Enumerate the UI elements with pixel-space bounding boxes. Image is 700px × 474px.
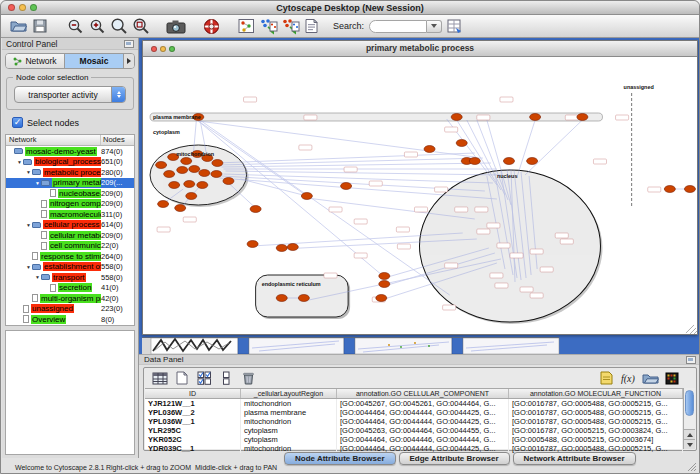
help-lifesaver-icon[interactable]	[201, 16, 221, 36]
birds-eye-view-panel[interactable]	[5, 330, 135, 455]
create-new-attribute-icon[interactable]	[173, 370, 191, 386]
network-node[interactable]	[298, 295, 309, 302]
network-node[interactable]	[211, 171, 222, 178]
tree-row[interactable]: multi-organism pro42(0)	[6, 293, 134, 304]
column-header[interactable]: ID	[145, 389, 241, 398]
open-network-icon[interactable]	[8, 16, 28, 36]
disclosure-triangle-icon[interactable]: ▼	[34, 274, 41, 280]
network-node[interactable]	[156, 162, 167, 169]
select-nodes-checkbox[interactable]: ✓	[12, 117, 23, 128]
network-node[interactable]	[379, 273, 390, 280]
network-node[interactable]	[212, 160, 223, 167]
network-node[interactable]	[301, 193, 312, 200]
frame-minimize-button[interactable]	[160, 46, 166, 52]
tree-row[interactable]: ▼transport558(0)	[6, 272, 134, 283]
view-network-icon[interactable]	[236, 16, 256, 36]
network-node[interactable]	[341, 183, 352, 190]
network-node[interactable]	[181, 158, 192, 165]
network-node[interactable]	[376, 295, 387, 302]
network-node[interactable]	[287, 244, 298, 251]
network-node[interactable]	[158, 201, 169, 208]
tree-row[interactable]: secretion41(0)	[6, 283, 134, 294]
tree-row[interactable]: ▼establishment of lo558(0)	[6, 262, 134, 273]
network-node[interactable]	[664, 186, 675, 193]
import-vizmap-icon[interactable]	[302, 16, 322, 36]
network-node[interactable]	[184, 181, 195, 188]
attribute-batch-editor-icon[interactable]	[597, 370, 615, 386]
tree-row[interactable]: mosaic-demo-yeast874(0)	[6, 146, 134, 157]
unselect-attributes-icon[interactable]	[217, 370, 235, 386]
window-resize-grip[interactable]	[687, 462, 697, 472]
new-network-from-selection-all-edges-icon[interactable]	[258, 16, 278, 36]
search-input[interactable]	[369, 20, 427, 33]
network-node[interactable]	[250, 206, 261, 213]
frame-resize-grip[interactable]	[686, 325, 697, 334]
tree-row[interactable]: response to stimulu264(0)	[6, 251, 134, 262]
network-node[interactable]	[456, 140, 467, 147]
network-node[interactable]	[223, 178, 234, 185]
network-node[interactable]	[186, 193, 197, 200]
network-node[interactable]	[451, 114, 462, 121]
tab-overflow-button[interactable]	[123, 54, 134, 68]
network-node[interactable]	[577, 114, 588, 121]
network-node[interactable]	[684, 186, 695, 193]
float-panel-icon[interactable]	[124, 40, 134, 48]
select-attributes-icon[interactable]	[195, 370, 213, 386]
column-header[interactable]: annotation.GO CELLULAR_COMPONENT	[337, 389, 509, 398]
scrollbar-thumb[interactable]	[685, 390, 694, 416]
attribute-table-icon[interactable]	[151, 370, 169, 386]
zoom-out-icon[interactable]	[65, 16, 85, 36]
network-node[interactable]	[177, 167, 188, 174]
network-frame-titlebar[interactable]: primary metabolic process	[143, 41, 697, 57]
tab-network[interactable]: Network	[6, 54, 65, 68]
column-header[interactable]: _cellularLayoutRegion	[241, 389, 337, 398]
function-builder-icon[interactable]: f(x)	[619, 370, 637, 386]
tree-row[interactable]: ▼cellular process614(0)	[6, 220, 134, 231]
tree-row[interactable]: unassigned223(0)	[6, 304, 134, 315]
search-options-dropdown[interactable]	[427, 20, 442, 33]
tab-mosaic[interactable]: Mosaic	[65, 54, 123, 68]
network-node[interactable]	[199, 170, 210, 177]
network-node[interactable]	[379, 281, 390, 288]
disclosure-triangle-icon[interactable]: ▼	[25, 222, 32, 228]
table-row[interactable]: YJR121W__1mitochondrion[GO:0045267, GO:0…	[145, 399, 683, 408]
new-network-from-selection-connecting-edges-icon[interactable]	[280, 16, 300, 36]
network-node[interactable]	[247, 241, 258, 248]
zoom-in-icon[interactable]	[87, 16, 107, 36]
tree-row[interactable]: cellular metabo209(0)	[6, 230, 134, 241]
tree-row[interactable]: ▼biological_process651(0)	[6, 157, 134, 168]
frame-close-button[interactable]	[151, 46, 157, 52]
network-node[interactable]	[164, 171, 175, 178]
column-header[interactable]: annotation.GO MOLECULAR_FUNCTION	[509, 389, 683, 398]
frame-zoom-button[interactable]	[169, 46, 175, 52]
network-node[interactable]	[530, 114, 541, 121]
network-node[interactable]	[189, 166, 200, 173]
disclosure-triangle-icon[interactable]: ▼	[25, 169, 32, 175]
network-view-frame[interactable]: primary metabolic process plasma membran…	[142, 40, 698, 335]
network-node[interactable]	[469, 158, 480, 165]
save-session-icon[interactable]	[30, 16, 50, 36]
tree-row[interactable]: ▼primary metabo209(...	[6, 178, 134, 189]
scroll-down-button[interactable]	[684, 439, 695, 449]
nodes-column-header[interactable]: Nodes	[101, 135, 134, 145]
disclosure-triangle-icon[interactable]: ▼	[16, 159, 23, 165]
table-row[interactable]: YPL036W__2plasma membrane[GO:0044464, GO…	[145, 408, 683, 417]
network-node[interactable]	[424, 146, 435, 153]
scroll-up-button[interactable]	[684, 429, 695, 439]
network-node[interactable]	[175, 205, 186, 212]
import-attribute-file-icon[interactable]	[641, 370, 659, 386]
tree-row[interactable]: nitrogen compo209(0)	[6, 199, 134, 210]
delete-attribute-icon[interactable]	[239, 370, 257, 386]
network-node[interactable]	[169, 182, 180, 189]
network-node[interactable]	[527, 158, 538, 165]
tree-row[interactable]: Overview8(0)	[6, 314, 134, 325]
disclosure-triangle-icon[interactable]: ▼	[25, 264, 32, 270]
table-scrollbar[interactable]	[683, 388, 695, 449]
disclosure-triangle-icon[interactable]: ▼	[34, 180, 41, 186]
table-row[interactable]: YLR295Ccytoplasm[GO:0045263, GO:0044464,…	[145, 426, 683, 435]
tree-row[interactable]: nucleobase-209(0)	[6, 188, 134, 199]
tree-row[interactable]: macromolecule311(0)	[6, 209, 134, 220]
export-view-snapshot-icon[interactable]	[166, 16, 186, 36]
network-canvas[interactable]: plasma membranecytoplasmmitochondrionnuc…	[143, 57, 697, 334]
network-node[interactable]	[197, 182, 208, 189]
